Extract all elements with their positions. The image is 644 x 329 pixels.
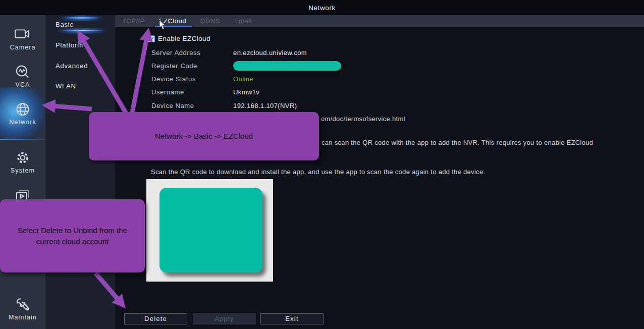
exit-button[interactable]: Exit	[260, 313, 324, 324]
tab-ezcloud[interactable]: EZCloud	[156, 15, 189, 27]
app-scan-hint-partial: can scan the QR code with the app to add…	[321, 139, 593, 146]
qr-instruction-text: Scan the QR code to download and install…	[151, 168, 485, 176]
submenu-item-basic[interactable]: Basic	[56, 21, 74, 28]
device-status-label: Device Status	[151, 75, 196, 83]
sidebar-item-network[interactable]: Network	[0, 87, 45, 140]
delete-button[interactable]: Delete	[124, 313, 187, 324]
submenu-item-label: Platform	[56, 41, 83, 49]
maintain-wrench-icon	[14, 297, 31, 312]
selection-flare-bottom-core	[52, 30, 112, 31]
submenu-item-label: Advanced	[56, 62, 88, 70]
network-tabbar: TCP/IP EZCloud DDNS Email	[115, 15, 644, 27]
sidebar-item-label: Camera	[10, 44, 35, 51]
qr-code-panel	[146, 179, 273, 282]
network-globe-icon	[14, 101, 31, 117]
device-name-value: 192.168.1.107(NVR)	[233, 102, 297, 109]
enable-ezcloud-label: Enable EZCloud	[158, 35, 210, 42]
tab-tcpip[interactable]: TCP/IP	[119, 15, 148, 27]
username-label: Username	[151, 88, 184, 96]
submenu-item-wlan[interactable]: WLAN	[56, 82, 76, 90]
ezcloud-panel: TCP/IP EZCloud DDNS Email Enable EZCloud…	[115, 15, 644, 329]
sidebar-item-label: Backup	[11, 204, 35, 211]
sidebar-item-camera[interactable]: Camera	[0, 20, 45, 58]
sidebar-item-backup[interactable]: Backup	[0, 181, 45, 218]
window-title-bar: Network	[0, 0, 644, 15]
register-code-redacted-value	[233, 61, 341, 71]
enable-ezcloud-checkbox[interactable]	[148, 35, 155, 42]
page-title: Network	[308, 4, 336, 12]
device-name-label: Device Name	[151, 102, 194, 109]
username-value: Ukmw1v	[233, 88, 259, 96]
sidebar-item-label: System	[11, 167, 35, 174]
tab-ddns[interactable]: DDNS	[197, 15, 223, 27]
submenu-item-label: WLAN	[56, 82, 76, 90]
tab-email[interactable]: Email	[231, 15, 255, 27]
selection-flare-top-core	[57, 17, 107, 19]
register-code-label: Register Code	[151, 62, 197, 70]
system-gear-icon	[14, 150, 31, 165]
server-address-label: Server Address	[151, 49, 200, 57]
tab-label: Email	[234, 17, 252, 25]
device-status-value: Online	[233, 75, 253, 83]
tab-label: EZCloud	[159, 17, 186, 25]
sidebar-item-maintain[interactable]: Maintain	[0, 290, 45, 327]
apply-button[interactable]: Apply	[193, 313, 256, 324]
submenu-item-label: Basic	[56, 21, 74, 28]
nvr-network-screen: Network Camera VCA Network System	[0, 0, 644, 329]
server-address-value: en.ezcloud.uniview.com	[233, 49, 307, 57]
selection-flare-bottom	[47, 28, 116, 34]
backup-icon	[14, 187, 31, 202]
tab-label: DDNS	[200, 17, 220, 25]
terms-of-service-link-partial[interactable]: om/doc/termsofservice.html	[321, 115, 405, 123]
main-sidebar: Camera VCA Network System Backup	[0, 15, 45, 329]
tab-label: TCP/IP	[122, 17, 145, 25]
enable-ezcloud-row: Enable EZCloud	[148, 35, 210, 42]
qr-code-redacted	[159, 188, 262, 272]
submenu-item-platform[interactable]: Platform	[56, 41, 83, 49]
camera-icon	[14, 27, 31, 42]
submenu-item-advanced[interactable]: Advanced	[56, 62, 88, 70]
vca-icon	[14, 64, 31, 79]
network-submenu: Basic Platform Advanced WLAN	[45, 15, 115, 329]
sidebar-item-label: Network	[9, 119, 36, 126]
sidebar-item-system[interactable]: System	[0, 143, 45, 181]
sidebar-item-label: Maintain	[9, 314, 37, 321]
